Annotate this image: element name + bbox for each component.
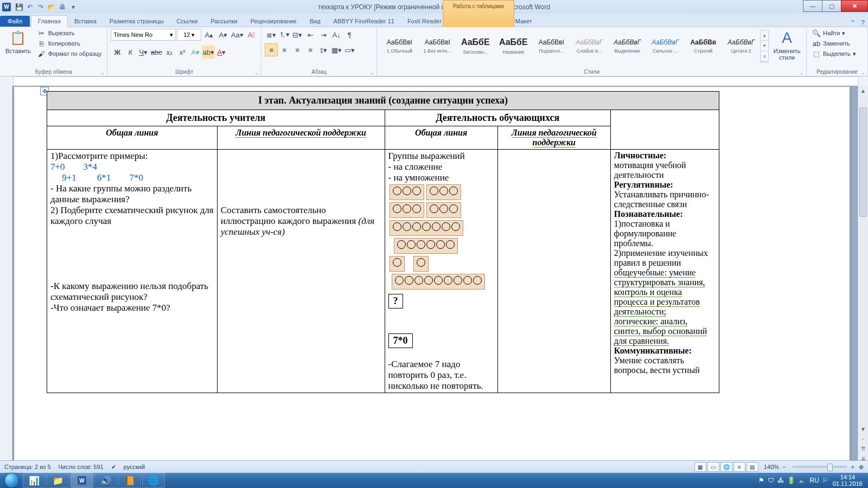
tab-mailings[interactable]: Рассылки bbox=[204, 16, 244, 27]
find-button[interactable]: 🔍Найти ▾ bbox=[810, 28, 858, 38]
style-title[interactable]: АаБбЕНазвание bbox=[494, 29, 532, 63]
text-effects-button[interactable]: A▾ bbox=[189, 46, 202, 59]
borders-button[interactable]: ▭▾ bbox=[343, 43, 356, 56]
status-proofing-icon[interactable]: ✔ bbox=[111, 464, 116, 471]
status-words[interactable]: Число слов: 591 bbox=[59, 464, 104, 470]
align-left-button[interactable]: ≡ bbox=[265, 43, 278, 56]
help-icon[interactable]: ? bbox=[861, 19, 865, 27]
copy-button[interactable]: ⎘Копировать bbox=[35, 38, 104, 48]
results-cell[interactable]: Личностные: мотивация учебной деятельнос… bbox=[610, 150, 719, 393]
student-support-header[interactable]: Линия педагогической поддержки bbox=[497, 126, 610, 150]
bold-button[interactable]: Ж bbox=[111, 46, 124, 59]
style-strong[interactable]: АаБбВвСтрогий bbox=[684, 29, 722, 63]
file-tab[interactable]: Файл bbox=[0, 16, 30, 27]
clear-format-button[interactable]: Aͫ bbox=[245, 28, 258, 41]
status-language[interactable]: русский bbox=[124, 464, 145, 470]
vertical-ruler[interactable] bbox=[0, 86, 12, 473]
justify-button[interactable]: ≡ bbox=[304, 43, 317, 56]
tray-icons[interactable]: ⚑ 🛡 🖧 🔋 🔈 RU ⚐ bbox=[758, 477, 828, 484]
document-table[interactable]: I этап. Актуализация знаний (создание си… bbox=[47, 91, 719, 393]
strike-button[interactable]: abc bbox=[150, 46, 163, 59]
style-normal[interactable]: АаБбВвІ1 Обычный bbox=[380, 29, 418, 63]
tab-abbyy[interactable]: ABBYY FineReader 11 bbox=[327, 16, 401, 27]
scroll-up-button[interactable]: ▲ bbox=[858, 86, 868, 95]
task-word[interactable]: W bbox=[71, 473, 93, 488]
tray-shield-icon[interactable]: 🛡 bbox=[768, 477, 774, 484]
task-explorer[interactable]: 📁 bbox=[47, 473, 69, 488]
sort-button[interactable]: A↓ bbox=[330, 28, 343, 41]
tab-references[interactable]: Ссылки bbox=[170, 16, 205, 27]
format-painter-button[interactable]: 🖌Формат по образцу bbox=[35, 49, 104, 59]
stage-header-cell[interactable]: I этап. Актуализация знаний (создание си… bbox=[47, 92, 719, 110]
status-page[interactable]: Страница: 2 из 5 bbox=[4, 464, 51, 470]
inc-indent-button[interactable]: ⇥ bbox=[317, 28, 330, 41]
style-no-spacing[interactable]: АаБбВвІ1 Без инте... bbox=[418, 29, 456, 63]
vscroll-thumb[interactable] bbox=[859, 107, 867, 217]
style-quote[interactable]: АаБбВвГЦитата 2 bbox=[722, 29, 760, 63]
superscript-button[interactable]: x² bbox=[176, 46, 189, 59]
vertical-scrollbar[interactable]: ▲ ▼ ◦ ⇈ ⇊ bbox=[858, 86, 868, 463]
show-marks-button[interactable]: ¶ bbox=[343, 28, 356, 41]
minimize-button[interactable]: — bbox=[803, 0, 822, 12]
zoom-in-button[interactable]: + bbox=[851, 464, 854, 470]
tab-view[interactable]: Вид bbox=[303, 16, 327, 27]
zoom-slider[interactable] bbox=[793, 466, 847, 468]
start-button[interactable] bbox=[2, 473, 22, 488]
numbering-button[interactable]: ⒈▾ bbox=[278, 28, 291, 41]
paste-button[interactable]: 📋 Вставить bbox=[3, 28, 33, 55]
tray-battery-icon[interactable]: 🔋 bbox=[787, 477, 795, 484]
qat-preview[interactable]: 🖶 bbox=[58, 2, 67, 12]
select-button[interactable]: ⬚Выделить ▾ bbox=[810, 49, 858, 59]
teacher-support-header[interactable]: Линия педагогической поддержки bbox=[217, 126, 385, 150]
teacher-support-cell[interactable]: Составить самостоятельно иллюстрацию каж… bbox=[217, 150, 385, 393]
font-color-button[interactable]: A▾ bbox=[215, 46, 228, 59]
object-browse-button[interactable]: ◦ bbox=[858, 434, 868, 444]
minimize-ribbon-icon[interactable]: ⌃ bbox=[850, 19, 856, 27]
change-styles-button[interactable]: A Изменить стили bbox=[771, 28, 803, 62]
tray-lang-icon[interactable]: RU bbox=[810, 477, 819, 484]
student-support-cell[interactable] bbox=[497, 150, 610, 393]
line-spacing-button[interactable]: ‡▾ bbox=[317, 43, 330, 56]
align-right-button[interactable]: ≡ bbox=[291, 43, 304, 56]
tab-page-layout[interactable]: Разметка страницы bbox=[103, 16, 170, 27]
page[interactable]: ✥ I этап. Актуализация знаний (создание … bbox=[14, 87, 850, 473]
tray-network-icon[interactable]: 🖧 bbox=[777, 477, 784, 484]
qat-save[interactable]: 💾 bbox=[14, 2, 24, 12]
style-gallery-scroll[interactable]: ▴▾≡ bbox=[760, 30, 769, 62]
grow-font-button[interactable]: A▴ bbox=[202, 28, 215, 41]
zoom-knob[interactable] bbox=[827, 464, 833, 471]
qat-redo[interactable]: ↷ bbox=[36, 2, 46, 12]
maximize-button[interactable]: ▢ bbox=[822, 0, 841, 12]
scroll-down-button[interactable]: ▼ bbox=[858, 424, 868, 434]
view-outline[interactable]: ≡ bbox=[733, 462, 745, 472]
teacher-general-header[interactable]: Общая линия bbox=[47, 126, 218, 150]
style-intense-emphasis[interactable]: АаБбВвГСильное ... bbox=[646, 29, 684, 63]
prev-page-button[interactable]: ⇈ bbox=[858, 444, 868, 453]
shrink-font-button[interactable]: A▾ bbox=[216, 28, 229, 41]
multilevel-button[interactable]: ⊟▾ bbox=[291, 28, 304, 41]
subscript-button[interactable]: x₂ bbox=[163, 46, 176, 59]
student-general-header[interactable]: Общая линия bbox=[385, 126, 497, 150]
align-center-button[interactable]: ≡ bbox=[278, 43, 291, 56]
teacher-general-cell[interactable]: 1)Рассмотрите примеры: 7+0 3*4 9+1 6*1 7… bbox=[47, 150, 218, 393]
font-size-combo[interactable]: 12▾ bbox=[177, 29, 201, 41]
shading-button[interactable]: ▦▾ bbox=[330, 43, 343, 56]
task-powerpoint[interactable]: 📙 bbox=[118, 473, 141, 488]
qat-dropdown[interactable]: ▾ bbox=[68, 2, 78, 12]
font-family-combo[interactable]: Times New Ro▾ bbox=[111, 29, 176, 41]
zoom-value[interactable]: 140% bbox=[764, 464, 779, 470]
teacher-activity-header[interactable]: Деятельность учителя bbox=[47, 110, 385, 126]
qat-undo[interactable]: ↶ bbox=[25, 2, 35, 12]
underline-button[interactable]: Ч▾ bbox=[137, 46, 150, 59]
zoom-out-button[interactable]: − bbox=[782, 464, 786, 470]
style-subtle-emphasis[interactable]: АаБбВвГСлабое в... bbox=[570, 29, 608, 63]
style-heading1[interactable]: АаБбЕЗаголово... bbox=[456, 29, 494, 63]
dec-indent-button[interactable]: ⇤ bbox=[304, 28, 317, 41]
view-web-layout[interactable]: 🌐 bbox=[720, 462, 732, 472]
taskbar-clock[interactable]: 14:14 01.11.2016 bbox=[833, 474, 863, 487]
student-general-cell[interactable]: Группы выражений - на сложение - на умно… bbox=[385, 150, 497, 393]
zoom-fit-button[interactable]: ⊕ bbox=[859, 464, 864, 471]
replace-button[interactable]: abЗаменить bbox=[810, 38, 858, 48]
task-excel[interactable]: 📊 bbox=[23, 473, 46, 488]
view-draft[interactable]: ▤ bbox=[746, 462, 758, 472]
